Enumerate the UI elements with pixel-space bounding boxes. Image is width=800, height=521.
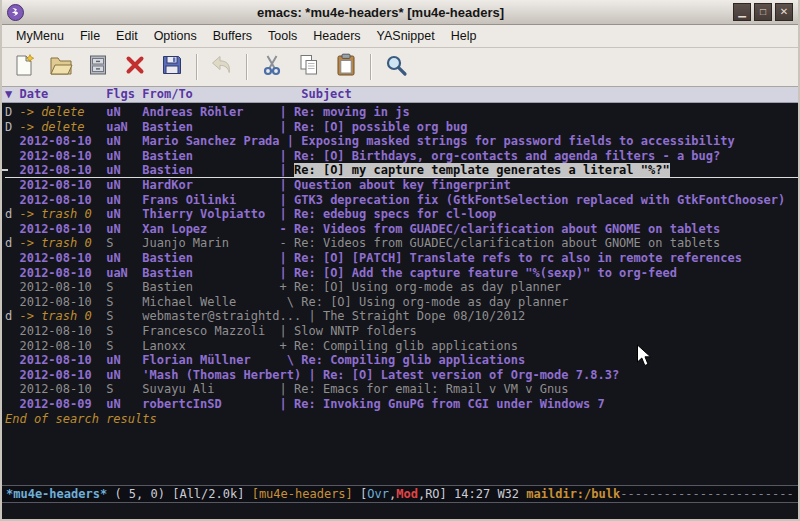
from-cell: 'Mash (Thomas Herbert) xyxy=(142,368,308,382)
modeline-segment: maildir:/bulk xyxy=(526,487,620,501)
subject-cell: Re: [O] Using org-mode as day planner xyxy=(301,295,568,309)
date-cell: 2012-08-10 xyxy=(19,295,106,309)
from-cell: webmaster@straightd... xyxy=(142,309,308,323)
open-file-button[interactable] xyxy=(47,53,75,81)
cut-button[interactable] xyxy=(258,53,286,81)
message-row[interactable]: 2012-08-10 S Michael Welle \ Re: [O] Usi… xyxy=(5,295,798,310)
window-title: emacs: *mu4e-headers* [mu4e-headers] xyxy=(28,5,733,20)
mode-line[interactable]: *mu4e-headers* ( 5, 0) [All/2.0k] [mu4e-… xyxy=(2,485,798,503)
menu-mymenu[interactable]: MyMenu xyxy=(8,26,72,46)
message-row[interactable]: 2012-08-10 S Francesco Mazzoli | Slow NN… xyxy=(5,324,798,339)
subject-cell: Re: [O] Add the capture feature "%(sexp)… xyxy=(294,266,677,280)
thread-separator: + xyxy=(280,280,294,294)
copy-button[interactable] xyxy=(295,53,323,81)
from-cell: Francesco Mazzoli xyxy=(142,324,279,338)
date-cell: 2012-08-10 xyxy=(19,280,106,294)
thread-separator: | xyxy=(280,193,294,207)
date-cell: 2012-08-10 xyxy=(19,178,106,192)
message-row[interactable]: 2012-08-09 uN robertcInSD | Re: Invoking… xyxy=(5,397,798,412)
message-row[interactable]: D -> delete uaN Bastien | Re: [O] possib… xyxy=(5,120,798,135)
message-row[interactable]: 2012-08-10 S Lanoxx + Re: Compiling glib… xyxy=(5,339,798,354)
menu-file[interactable]: File xyxy=(72,26,108,46)
flags-cell: S xyxy=(106,309,142,323)
mark-flag xyxy=(5,368,19,382)
message-row[interactable]: d -> trash 0 uN Thierry Volpiatto | Re: … xyxy=(5,207,798,222)
menu-headers[interactable]: Headers xyxy=(305,26,368,46)
thread-separator: | xyxy=(280,266,294,280)
message-row[interactable]: d -> trash 0 S Juanjo Marin - Re: Videos… xyxy=(5,236,798,251)
message-row[interactable]: 2012-08-10 uN HardKor | Question about k… xyxy=(5,178,798,193)
modeline-segment: *mu4e-headers* xyxy=(6,487,107,501)
modeline-segment: ] xyxy=(440,487,454,501)
from-cell: Juanjo Marin xyxy=(142,236,279,250)
mark-flag xyxy=(5,397,19,411)
flags-cell: uN xyxy=(106,353,142,367)
toolbar xyxy=(2,48,798,87)
message-row[interactable]: D -> delete uN Andreas Röhler | Re: movi… xyxy=(5,105,798,120)
flags-cell: uN xyxy=(106,105,142,119)
menu-buffers[interactable]: Buffers xyxy=(205,26,260,46)
dired-button[interactable] xyxy=(84,53,112,81)
message-row[interactable]: d -> trash 0 S webmaster@straightd... | … xyxy=(5,309,798,324)
menu-options[interactable]: Options xyxy=(146,26,205,46)
flags-cell: S xyxy=(106,382,142,396)
date-cell: 2012-08-10 xyxy=(19,368,106,382)
message-row[interactable]: 2012-08-10 uN Bastien | Re: [O] Birthday… xyxy=(5,149,798,164)
title-bar: emacs: *mu4e-headers* [mu4e-headers] ▁□✕ xyxy=(2,0,798,25)
message-row[interactable]: 2012-08-10 S Suvayu Ali | Re: Emacs for … xyxy=(5,382,798,397)
flags-cell: uN xyxy=(106,134,142,148)
message-row[interactable]: 2012-08-10 uN Mario Sanchez Prada | Expo… xyxy=(5,134,798,149)
mark-flag: d xyxy=(5,309,19,323)
flags-cell: S xyxy=(106,324,142,338)
message-row[interactable]: 2012-08-10 S Bastien + Re: [O] Using org… xyxy=(5,280,798,295)
save-buffer-button[interactable] xyxy=(158,53,186,81)
from-cell: Xan Lopez xyxy=(142,222,279,236)
menu-tools[interactable]: Tools xyxy=(260,26,305,46)
paste-button[interactable] xyxy=(332,53,360,81)
message-row[interactable]: 2012-08-10 uN Florian Müllner \ Re: Comp… xyxy=(5,353,798,368)
thread-separator: \ xyxy=(280,295,302,309)
thread-separator: | xyxy=(308,368,322,382)
new-file-button[interactable] xyxy=(10,53,38,81)
mark-flag: d xyxy=(5,207,19,221)
modeline-segment: Ovr xyxy=(367,487,389,501)
menu-edit[interactable]: Edit xyxy=(108,26,146,46)
kill-buffer-button[interactable] xyxy=(121,53,149,81)
search-button[interactable] xyxy=(382,53,410,81)
date-cell: 2012-08-10 xyxy=(19,222,106,236)
mark-flag xyxy=(5,324,19,338)
flags-cell: S xyxy=(106,295,142,309)
subject-cell: Question about key fingerprint xyxy=(294,178,511,192)
flags-cell: S xyxy=(106,236,142,250)
magnifier-icon xyxy=(384,53,408,81)
message-list: D -> delete uN Andreas Röhler | Re: movi… xyxy=(2,103,798,485)
message-row[interactable]: 2012-08-10 uN Xan Lopez - Re: Videos fro… xyxy=(5,222,798,237)
menu-help[interactable]: Help xyxy=(443,26,485,46)
subject-cell: Re: Videos from GUADEC/clarification abo… xyxy=(294,236,720,250)
message-row[interactable]: 2012-08-10 uN Frans Oilinki | GTK3 depre… xyxy=(5,193,798,208)
mark-flag xyxy=(5,178,19,192)
message-row[interactable]: 2012-08-10 uN Bastien | Re: [O] [PATCH] … xyxy=(5,251,798,266)
flags-cell: S xyxy=(106,280,142,294)
message-row[interactable]: 2012-08-10 uN 'Mash (Thomas Herbert) | R… xyxy=(5,368,798,383)
mark-action: -> trash 0 xyxy=(19,309,106,323)
mark-flag xyxy=(5,266,19,280)
from-cell: Suvayu Ali xyxy=(142,382,279,396)
minimize-button[interactable]: ▁ xyxy=(733,3,751,21)
echo-area[interactable] xyxy=(2,503,798,519)
menu-yasnippet[interactable]: YASnippet xyxy=(369,26,443,46)
thread-separator: | xyxy=(280,397,294,411)
modeline-segment: [mu4e-headers] xyxy=(252,487,360,501)
date-cell: 2012-08-10 xyxy=(19,149,106,163)
maximize-button[interactable]: □ xyxy=(754,3,772,21)
message-row[interactable]: 2012-08-10 uN Bastien | Re: [O] my captu… xyxy=(5,163,798,178)
close-button[interactable]: ✕ xyxy=(775,3,793,21)
message-row[interactable]: 2012-08-10 uaN Bastien | Re: [O] Add the… xyxy=(5,266,798,281)
flags-cell: uN xyxy=(106,178,142,192)
headers-column-header[interactable]: ▼ Date Flgs From/To Subject xyxy=(2,87,798,103)
undo-button xyxy=(208,53,236,81)
mark-flag: d xyxy=(5,236,19,250)
mark-flag xyxy=(5,149,19,163)
flags-cell: S xyxy=(106,339,142,353)
subject-cell: Re: Invoking GnuPG from CGI under Window… xyxy=(294,397,605,411)
